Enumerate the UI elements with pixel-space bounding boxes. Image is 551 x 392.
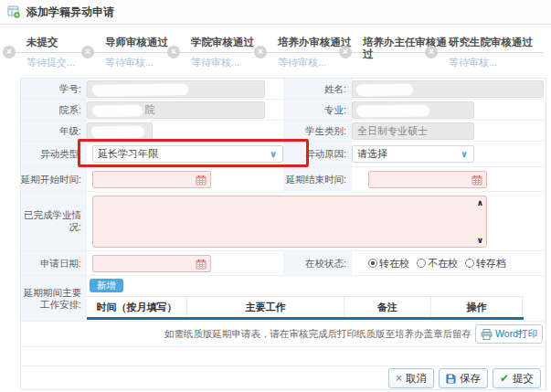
step-status-icon: ×	[339, 46, 352, 58]
apply-date-input[interactable]	[92, 255, 211, 272]
step-status-icon: ×	[81, 46, 94, 58]
department-visible-text: 院	[145, 103, 155, 117]
radio-selected-icon[interactable]	[368, 259, 377, 268]
step-subtitle: 等待审核...	[105, 56, 154, 69]
form-row: 学号: 姓名:	[21, 79, 546, 100]
form-row: 院系: 院 专业:	[21, 100, 546, 121]
radio-label: 转存档	[476, 257, 506, 270]
form-row: 年级: 学生类别: 全日制专业硕士	[21, 121, 546, 142]
spacer	[21, 347, 546, 366]
department-label: 院系:	[21, 100, 87, 120]
major-field	[352, 101, 474, 119]
calendar-icon	[196, 175, 207, 185]
delay-start-label: 延期开始时间:	[21, 167, 87, 191]
step-subtitle: 等待审核...	[449, 56, 497, 69]
save-label: 保存	[460, 372, 481, 386]
printer-icon	[481, 329, 493, 340]
redaction-scribble	[92, 83, 188, 97]
grade-label: 年级:	[21, 121, 87, 141]
step-subtitle: 等待提交...	[26, 56, 75, 69]
application-form: 学号: 姓名: 院系: 院 专业:	[20, 78, 546, 390]
name-field	[352, 80, 544, 98]
step-subtitle: 等待审核...	[191, 56, 239, 69]
change-reason-label: 异动原因:	[283, 142, 352, 166]
delay-end-date-input[interactable]	[368, 171, 487, 188]
radio-unselected-icon[interactable]	[465, 259, 474, 268]
page: 添加学籍异动申请 × 未提交 等待提交... × 导师审核通过 等待审核... …	[0, 0, 551, 392]
redaction-scribble	[91, 125, 144, 138]
radio-option-archived[interactable]: 转存档	[465, 257, 506, 270]
add-row-button[interactable]: 新增	[90, 279, 123, 292]
save-disk-icon	[446, 374, 456, 384]
step-title: 未提交	[26, 37, 118, 48]
work-plan-label: 延期期间主要工作安排:	[21, 276, 87, 321]
form-row: 异动类型: 延长学习年限 ∨ 异动原因: 请选择 ∨	[21, 142, 546, 167]
submit-label: 提交	[513, 372, 534, 386]
change-type-select[interactable]: 延长学习年限 ∨	[92, 145, 283, 163]
school-status-label: 在校状态:	[283, 251, 352, 275]
form-row: 延期开始时间: 延期结束时间:	[21, 167, 546, 192]
cancel-button[interactable]: × 取消	[388, 368, 434, 388]
chevron-down-icon: ∨	[461, 149, 468, 159]
scroll-up-icon[interactable]: ∧	[477, 198, 483, 207]
student-type-field: 全日制专业硕士	[352, 122, 474, 140]
step-title: 研究生院审核通过	[449, 37, 540, 48]
change-reason-value: 请选择	[357, 147, 387, 161]
print-note-text: 如需纸质版延期申请表，请在审核完成后打印纸质版至培养办盖章后留存	[164, 328, 472, 341]
chevron-down-icon: ∨	[270, 149, 277, 159]
change-type-value: 延长学习年限	[98, 147, 158, 161]
work-plan-table: 时间（按月填写） 主要工作 备注 操作	[87, 296, 524, 320]
column-header-actions: 操作	[431, 297, 523, 317]
step-status-icon: ×	[167, 46, 180, 58]
add-form-icon	[7, 5, 20, 18]
column-header-remark: 备注	[344, 297, 431, 317]
workflow-stepper: × 未提交 等待提交... × 导师审核通过 等待审核... × 学院审核通过 …	[0, 36, 551, 76]
step-title: 培养办主任审核通过	[363, 37, 454, 60]
radio-label: 转在校	[379, 257, 409, 270]
redaction-scribble	[92, 104, 143, 117]
step-subtitle: 等待审核...	[278, 56, 326, 69]
footer-actions: × 取消 保存 ✔ 提交	[21, 366, 546, 390]
name-label: 姓名:	[283, 79, 352, 99]
student-type-label: 学生类别:	[283, 121, 352, 141]
save-button[interactable]: 保存	[439, 368, 488, 388]
redaction-scribble	[356, 83, 413, 96]
submit-button[interactable]: ✔ 提交	[493, 368, 541, 388]
redaction-scribble	[356, 104, 429, 117]
column-header-time: 时间（按月填写）	[87, 297, 187, 317]
print-note-row: 如需纸质版延期申请表，请在审核完成后打印纸质版至培养办盖章后留存 Word打印	[21, 322, 546, 347]
form-row: 申请日期: 在校状态: 转在校	[21, 251, 546, 276]
delay-start-date-input[interactable]	[92, 171, 211, 188]
completed-study-label: 已完成学业情况:	[21, 192, 87, 250]
step-status-icon: ×	[254, 46, 267, 58]
department-field: 院	[87, 101, 265, 119]
delay-end-label: 延期结束时间:	[283, 167, 352, 191]
step-title: 培养办审核通过	[278, 37, 369, 48]
form-row: 已完成学业情况: ∧ ∨	[21, 192, 546, 251]
radio-option-off-campus[interactable]: 不在校	[417, 257, 458, 270]
change-reason-select[interactable]: 请选择 ∨	[352, 145, 474, 163]
radio-unselected-icon[interactable]	[417, 259, 426, 268]
page-title: 添加学籍异动申请	[26, 5, 114, 20]
calendar-icon	[472, 175, 482, 185]
student-id-label: 学号:	[21, 79, 87, 99]
step-title: 学院审核通过	[191, 37, 282, 48]
calendar-icon	[196, 259, 207, 270]
step-title: 导师审核通过	[105, 37, 196, 48]
radio-option-on-campus[interactable]: 转在校	[368, 257, 409, 270]
work-plan-table-header: 时间（按月填写） 主要工作 备注 操作	[87, 296, 524, 320]
radio-label: 不在校	[428, 257, 458, 270]
student-type-value: 全日制专业硕士	[357, 124, 428, 138]
change-type-label: 异动类型:	[21, 142, 87, 166]
step-status-icon: ×	[3, 46, 16, 58]
student-id-field	[87, 80, 265, 98]
scroll-down-icon[interactable]: ∨	[477, 236, 483, 245]
check-icon: ✔	[500, 373, 509, 384]
completed-study-textarea[interactable]: ∧ ∨	[92, 196, 487, 248]
apply-date-label: 申请日期:	[21, 251, 87, 275]
form-row: 延期期间主要工作安排: 新增 时间（按月填写） 主要工作 备注 操作	[21, 276, 546, 322]
grade-field	[87, 122, 153, 140]
word-print-button[interactable]: Word打印	[475, 324, 543, 344]
cancel-label: 取消	[406, 372, 427, 386]
word-print-label: Word打印	[495, 328, 537, 341]
